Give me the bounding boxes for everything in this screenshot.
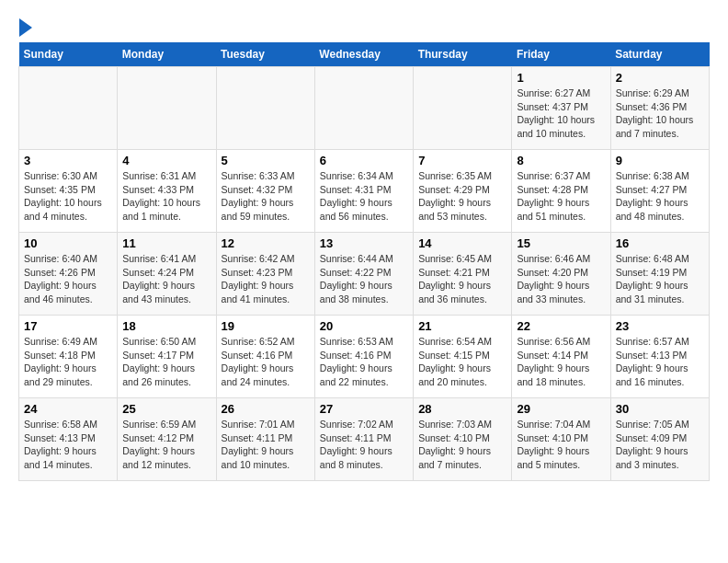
day-number: 15 [517,236,605,250]
day-info: Sunrise: 6:34 AM Sunset: 4:31 PM Dayligh… [320,169,408,224]
day-number: 1 [517,71,605,85]
calendar-cell: 3Sunrise: 6:30 AM Sunset: 4:35 PM Daylig… [19,150,118,233]
day-info: Sunrise: 7:04 AM Sunset: 4:10 PM Dayligh… [517,418,605,472]
weekday-header: Sunday [19,42,118,67]
day-number: 30 [616,402,704,416]
day-number: 11 [122,236,210,250]
day-info: Sunrise: 6:48 AM Sunset: 4:19 PM Dayligh… [616,252,704,306]
day-number: 18 [122,319,210,333]
day-number: 5 [222,154,310,167]
day-number: 6 [320,154,408,167]
calendar-cell: 8Sunrise: 6:37 AM Sunset: 4:28 PM Daylig… [512,150,610,233]
calendar-cell: 1Sunrise: 6:27 AM Sunset: 4:37 PM Daylig… [512,67,610,150]
day-number: 7 [418,154,506,167]
day-info: Sunrise: 6:49 AM Sunset: 4:18 PM Dayligh… [24,335,112,389]
calendar-week-row: 17Sunrise: 6:49 AM Sunset: 4:18 PM Dayli… [19,316,710,398]
calendar-week-row: 3Sunrise: 6:30 AM Sunset: 4:35 PM Daylig… [19,150,710,233]
day-info: Sunrise: 6:31 AM Sunset: 4:33 PM Dayligh… [122,169,210,224]
calendar-cell: 14Sunrise: 6:45 AM Sunset: 4:21 PM Dayli… [414,233,512,316]
calendar-cell: 10Sunrise: 6:40 AM Sunset: 4:26 PM Dayli… [19,233,118,316]
day-number: 28 [418,402,506,416]
calendar-cell: 29Sunrise: 7:04 AM Sunset: 4:10 PM Dayli… [512,398,610,481]
calendar-cell: 20Sunrise: 6:53 AM Sunset: 4:16 PM Dayli… [314,316,413,398]
calendar-week-row: 10Sunrise: 6:40 AM Sunset: 4:26 PM Dayli… [19,233,710,316]
calendar-cell [414,67,512,150]
day-number: 4 [122,154,210,167]
calendar-cell: 16Sunrise: 6:48 AM Sunset: 4:19 PM Dayli… [610,233,709,316]
weekday-header: Tuesday [216,42,314,67]
day-info: Sunrise: 6:41 AM Sunset: 4:24 PM Dayligh… [122,252,210,306]
day-number: 9 [616,154,704,167]
day-info: Sunrise: 6:42 AM Sunset: 4:23 PM Dayligh… [222,252,310,306]
calendar-cell: 28Sunrise: 7:03 AM Sunset: 4:10 PM Dayli… [414,398,512,481]
svg-marker-0 [19,18,32,37]
day-number: 13 [320,236,408,250]
day-number: 3 [24,154,112,167]
calendar-cell: 22Sunrise: 6:56 AM Sunset: 4:14 PM Dayli… [512,316,610,398]
calendar-cell: 6Sunrise: 6:34 AM Sunset: 4:31 PM Daylig… [314,150,413,233]
calendar-cell: 24Sunrise: 6:58 AM Sunset: 4:13 PM Dayli… [19,398,118,481]
day-info: Sunrise: 7:02 AM Sunset: 4:11 PM Dayligh… [320,418,408,472]
day-info: Sunrise: 6:54 AM Sunset: 4:15 PM Dayligh… [418,335,506,389]
calendar-cell: 15Sunrise: 6:46 AM Sunset: 4:20 PM Dayli… [512,233,610,316]
day-number: 27 [320,402,408,416]
day-info: Sunrise: 7:03 AM Sunset: 4:10 PM Dayligh… [418,418,506,472]
day-number: 21 [418,319,506,333]
calendar-cell: 13Sunrise: 6:44 AM Sunset: 4:22 PM Dayli… [314,233,413,316]
day-number: 17 [24,319,112,333]
day-info: Sunrise: 6:58 AM Sunset: 4:13 PM Dayligh… [24,418,112,472]
logo-icon [19,18,32,37]
day-number: 8 [517,154,605,167]
calendar-cell [19,67,118,150]
day-number: 23 [616,319,704,333]
day-info: Sunrise: 6:50 AM Sunset: 4:17 PM Dayligh… [122,335,210,389]
day-info: Sunrise: 6:27 AM Sunset: 4:37 PM Dayligh… [517,86,605,141]
weekday-header: Friday [512,42,610,67]
calendar-cell [118,67,216,150]
day-number: 20 [320,319,408,333]
day-info: Sunrise: 6:59 AM Sunset: 4:12 PM Dayligh… [122,418,210,472]
calendar-cell: 5Sunrise: 6:33 AM Sunset: 4:32 PM Daylig… [216,150,314,233]
calendar-cell: 19Sunrise: 6:52 AM Sunset: 4:16 PM Dayli… [216,316,314,398]
weekday-header: Thursday [414,42,512,67]
weekday-header: Wednesday [314,42,413,67]
calendar-cell: 7Sunrise: 6:35 AM Sunset: 4:29 PM Daylig… [414,150,512,233]
calendar-cell: 26Sunrise: 7:01 AM Sunset: 4:11 PM Dayli… [216,398,314,481]
day-number: 22 [517,319,605,333]
calendar-cell: 2Sunrise: 6:29 AM Sunset: 4:36 PM Daylig… [610,67,709,150]
calendar-cell: 17Sunrise: 6:49 AM Sunset: 4:18 PM Dayli… [19,316,118,398]
calendar-cell: 4Sunrise: 6:31 AM Sunset: 4:33 PM Daylig… [118,150,216,233]
day-info: Sunrise: 6:37 AM Sunset: 4:28 PM Dayligh… [517,169,605,224]
day-info: Sunrise: 6:40 AM Sunset: 4:26 PM Dayligh… [24,252,112,306]
day-info: Sunrise: 6:45 AM Sunset: 4:21 PM Dayligh… [418,252,506,306]
day-info: Sunrise: 6:56 AM Sunset: 4:14 PM Dayligh… [517,335,605,389]
day-info: Sunrise: 6:33 AM Sunset: 4:32 PM Dayligh… [222,169,310,224]
calendar-cell: 11Sunrise: 6:41 AM Sunset: 4:24 PM Dayli… [118,233,216,316]
calendar-week-row: 24Sunrise: 6:58 AM Sunset: 4:13 PM Dayli… [19,398,710,481]
day-number: 2 [616,71,704,85]
day-info: Sunrise: 6:53 AM Sunset: 4:16 PM Dayligh… [320,335,408,389]
calendar-cell: 23Sunrise: 6:57 AM Sunset: 4:13 PM Dayli… [610,316,709,398]
day-info: Sunrise: 6:38 AM Sunset: 4:27 PM Dayligh… [616,169,704,224]
weekday-header: Saturday [610,42,709,67]
calendar-cell: 21Sunrise: 6:54 AM Sunset: 4:15 PM Dayli… [414,316,512,398]
calendar-cell [216,67,314,150]
day-info: Sunrise: 6:29 AM Sunset: 4:36 PM Dayligh… [616,86,704,141]
day-number: 26 [222,402,310,416]
day-info: Sunrise: 7:05 AM Sunset: 4:09 PM Dayligh… [616,418,704,472]
day-number: 14 [418,236,506,250]
calendar-cell: 30Sunrise: 7:05 AM Sunset: 4:09 PM Dayli… [610,398,709,481]
day-number: 12 [222,236,310,250]
day-info: Sunrise: 6:57 AM Sunset: 4:13 PM Dayligh… [616,335,704,389]
day-info: Sunrise: 6:46 AM Sunset: 4:20 PM Dayligh… [517,252,605,306]
calendar-week-row: 1Sunrise: 6:27 AM Sunset: 4:37 PM Daylig… [19,67,710,150]
calendar-cell: 27Sunrise: 7:02 AM Sunset: 4:11 PM Dayli… [314,398,413,481]
day-info: Sunrise: 7:01 AM Sunset: 4:11 PM Dayligh… [222,418,310,472]
calendar-cell [314,67,413,150]
day-info: Sunrise: 6:52 AM Sunset: 4:16 PM Dayligh… [222,335,310,389]
day-number: 16 [616,236,704,250]
calendar-cell: 18Sunrise: 6:50 AM Sunset: 4:17 PM Dayli… [118,316,216,398]
weekday-header: Monday [118,42,216,67]
day-number: 24 [24,402,112,416]
day-number: 19 [222,319,310,333]
